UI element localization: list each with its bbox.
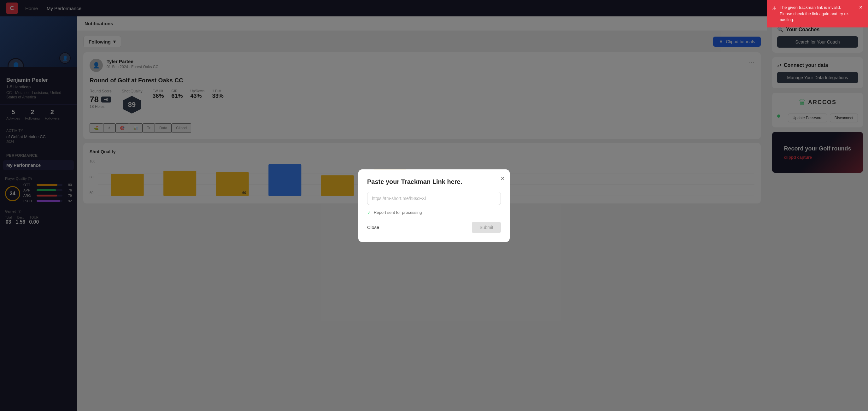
trackman-modal: × Paste your Trackman Link here. ✓ Repor… <box>358 169 510 242</box>
toast-message: The given trackman link is invalid. Plea… <box>780 4 853 23</box>
modal-close-button[interactable]: Close <box>367 225 379 230</box>
trackman-link-input[interactable] <box>367 192 501 205</box>
modal-success-message: ✓ Report sent for processing <box>367 210 501 215</box>
check-circle-icon: ✓ <box>367 210 371 215</box>
modal-title: Paste your Trackman Link here. <box>367 178 501 186</box>
success-text: Report sent for processing <box>374 210 422 215</box>
modal-footer: Close Submit <box>367 222 501 233</box>
toast-close-button[interactable]: × <box>859 4 862 10</box>
modal-close-x-button[interactable]: × <box>501 175 505 183</box>
error-toast: ⚠ The given trackman link is invalid. Pl… <box>767 0 868 27</box>
modal-submit-button[interactable]: Submit <box>472 222 501 233</box>
modal-overlay[interactable]: × Paste your Trackman Link here. ✓ Repor… <box>0 0 868 411</box>
warning-icon: ⚠ <box>772 5 777 12</box>
